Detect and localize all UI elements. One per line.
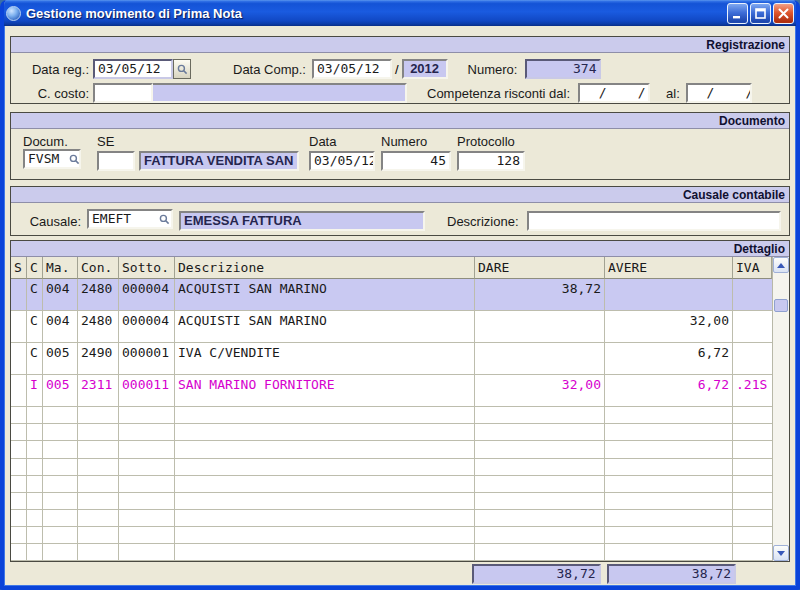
se-label: SE bbox=[97, 134, 135, 149]
cell-descrizione bbox=[175, 441, 475, 458]
data-reg-input[interactable]: 03/05/12 bbox=[93, 59, 173, 79]
column-header-sotto[interactable]: Sotto. bbox=[119, 257, 175, 279]
data-comp-input[interactable]: 03/05/12 bbox=[312, 59, 392, 79]
cell-avere bbox=[605, 441, 733, 458]
cell-s bbox=[11, 343, 27, 375]
table-row[interactable]: C 005 2490 000001 IVA C/VENDITE 6,72 bbox=[11, 343, 772, 375]
cell-c: C bbox=[27, 311, 43, 343]
cell-ma bbox=[43, 407, 78, 424]
competenza-al-input[interactable]: / / bbox=[686, 83, 752, 103]
cell-con bbox=[78, 407, 119, 424]
column-header-s[interactable]: S bbox=[11, 257, 27, 279]
app-icon bbox=[6, 6, 21, 21]
table-row[interactable] bbox=[11, 459, 772, 476]
table-row[interactable] bbox=[11, 510, 772, 527]
column-header-con[interactable]: Con. bbox=[78, 257, 119, 279]
window-title: Gestione movimento di Prima Nota bbox=[26, 6, 722, 21]
anno-field[interactable]: 2012 bbox=[402, 59, 448, 79]
magnifier-lookup-icon bbox=[177, 64, 188, 75]
cell-con: 2480 bbox=[78, 311, 119, 343]
scrollbar-thumb[interactable] bbox=[774, 299, 788, 312]
documento-description-field: FATTURA VENDITA SAN bbox=[139, 151, 299, 171]
cell-dare bbox=[475, 510, 605, 527]
cell-s bbox=[11, 424, 27, 441]
column-header-ma[interactable]: Ma. bbox=[43, 257, 78, 279]
table-row[interactable] bbox=[11, 493, 772, 510]
docum-lookup-button[interactable] bbox=[67, 152, 81, 166]
cell-ma: 005 bbox=[43, 375, 78, 407]
cell-con bbox=[78, 510, 119, 527]
column-header-dare[interactable]: DARE bbox=[475, 257, 605, 279]
cell-dare: 38,72 bbox=[475, 279, 605, 311]
section-title-causale: Causale contabile bbox=[11, 187, 789, 203]
cell-descrizione bbox=[175, 459, 475, 476]
competenza-dal-input[interactable]: / / bbox=[578, 83, 650, 103]
table-row[interactable] bbox=[11, 441, 772, 458]
scrollbar-track[interactable] bbox=[773, 273, 789, 545]
table-row[interactable] bbox=[11, 476, 772, 493]
table-row[interactable] bbox=[11, 424, 772, 441]
causale-lookup-button[interactable] bbox=[157, 212, 171, 226]
c-costo-input[interactable] bbox=[93, 83, 153, 103]
cell-iva bbox=[733, 510, 772, 527]
cell-c bbox=[27, 441, 43, 458]
descrizione-input[interactable] bbox=[527, 211, 781, 231]
doc-numero-input[interactable]: 45 bbox=[381, 151, 451, 171]
doc-protocollo-label: Protocollo bbox=[457, 134, 525, 149]
column-header-c[interactable]: C bbox=[27, 257, 43, 279]
column-header-avere[interactable]: AVERE bbox=[605, 257, 733, 279]
table-row[interactable] bbox=[11, 527, 772, 544]
cell-dare bbox=[475, 476, 605, 493]
se-input[interactable] bbox=[97, 151, 135, 171]
cell-avere bbox=[605, 407, 733, 424]
close-icon bbox=[778, 8, 789, 19]
cell-avere: 32,00 bbox=[605, 311, 733, 343]
detail-scrollbar[interactable] bbox=[772, 257, 789, 561]
maximize-button[interactable] bbox=[750, 3, 771, 24]
cell-descrizione: ACQUISTI SAN MARINO bbox=[175, 311, 475, 343]
section-documento: Documento Docum. SE Data Numero Protocol… bbox=[10, 112, 790, 180]
cell-s bbox=[11, 459, 27, 476]
section-causale-contabile: Causale contabile Causale: EMEFT EMESSA … bbox=[10, 186, 790, 236]
cell-descrizione: ACQUISTI SAN MARINO bbox=[175, 279, 475, 311]
cell-iva bbox=[733, 493, 772, 510]
cell-iva bbox=[733, 424, 772, 441]
cell-c: C bbox=[27, 343, 43, 375]
cell-s bbox=[11, 544, 27, 561]
cell-avere bbox=[605, 459, 733, 476]
magnifier-lookup-icon bbox=[69, 154, 80, 165]
cell-dare bbox=[475, 407, 605, 424]
cell-iva bbox=[733, 407, 772, 424]
cell-descrizione bbox=[175, 424, 475, 441]
table-row[interactable]: C 004 2480 000004 ACQUISTI SAN MARINO 32… bbox=[11, 311, 772, 343]
cell-con bbox=[78, 493, 119, 510]
table-row[interactable]: C 004 2480 000004 ACQUISTI SAN MARINO 38… bbox=[11, 279, 772, 311]
close-button[interactable] bbox=[773, 3, 794, 24]
scrollbar-up-button[interactable] bbox=[773, 257, 789, 273]
table-row[interactable] bbox=[11, 407, 772, 424]
section-title-dettaglio: Dettaglio bbox=[11, 241, 789, 257]
scrollbar-down-button[interactable] bbox=[773, 545, 789, 561]
data-reg-lookup-button[interactable] bbox=[173, 59, 191, 79]
doc-data-input[interactable]: 03/05/12 bbox=[309, 151, 375, 171]
doc-protocollo-input[interactable]: 128 bbox=[457, 151, 525, 171]
cell-ma bbox=[43, 510, 78, 527]
table-row[interactable] bbox=[11, 544, 772, 561]
minimize-button[interactable] bbox=[727, 3, 748, 24]
numero-reg-label: Numero: bbox=[468, 62, 518, 77]
cell-s bbox=[11, 441, 27, 458]
cell-dare bbox=[475, 441, 605, 458]
column-header-iva[interactable]: IVA bbox=[733, 257, 772, 279]
cell-c bbox=[27, 510, 43, 527]
cell-sotto bbox=[119, 424, 175, 441]
cell-descrizione bbox=[175, 544, 475, 561]
cell-s bbox=[11, 527, 27, 544]
cell-s bbox=[11, 493, 27, 510]
cell-descrizione: SAN MARINO FORNITORE bbox=[175, 375, 475, 407]
section-title-documento: Documento bbox=[11, 113, 789, 129]
table-row[interactable]: I 005 2311 000011 SAN MARINO FORNITORE 3… bbox=[11, 375, 772, 407]
titlebar[interactable]: Gestione movimento di Prima Nota bbox=[0, 0, 800, 26]
docum-label: Docum. bbox=[23, 134, 83, 149]
cell-iva: .21S bbox=[733, 375, 772, 407]
column-header-descrizione[interactable]: Descrizione bbox=[175, 257, 475, 279]
